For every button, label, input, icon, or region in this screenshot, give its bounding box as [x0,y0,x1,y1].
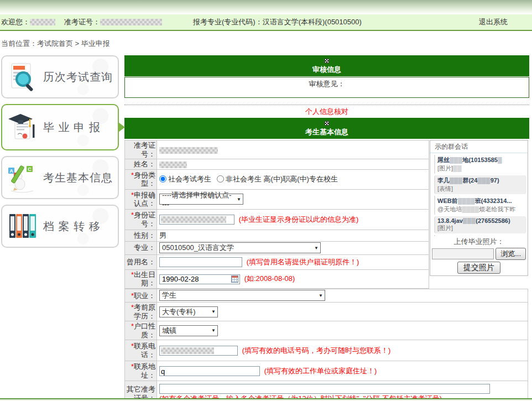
chevron-down-icon: ▼ [314,246,319,251]
chevron-down-icon: ▼ [211,328,216,333]
sidebar-item-label: 考生基本信息 [43,170,113,185]
id-type-radio-social[interactable] [159,175,166,183]
sidebar-item-candidate-info[interactable]: A B C 考生基本信息 [1,156,119,199]
form-table-top: 准考证号： 姓名： *身份类型： 社会考试考生非社会考生 高(中)职高(中)专在… [124,140,429,289]
redacted-username [30,19,55,25]
phone-input[interactable] [159,346,238,356]
welcome-label: 欢迎您： [1,17,30,27]
form-row-id-type: *身份类型： 社会考试考生非社会考生 高(中)职高(中)专在校生 [125,169,429,189]
sidebar-item-label: 历次考试查询 [43,70,113,85]
checker-icon [325,59,329,63]
sidebar-item-label: 毕 业 申 报 [43,120,101,135]
id-card-input[interactable] [159,215,234,225]
redacted-phone [161,347,214,354]
info-check-note: 个人信息核对 [124,107,529,117]
id-type-option-label: 社会考试考生 [168,175,211,183]
form-row-exam-no: 准考证号： [125,140,429,159]
binders-icon [2,211,43,241]
confirm-point-select[interactable]: ----请选择申报确认点----▼ [159,194,243,205]
id-type-option-label: 非社会考生 高(中)职高(中)专在校生 [226,175,338,183]
redacted-name-value [159,162,187,168]
active-arrow-icon [118,122,125,132]
logout-link[interactable]: 退出系统 [479,17,508,27]
form-table-bottom: *职业： 学生▼ *考前原学历： 大专(专科)▼ *户口性质： [124,289,528,401]
upload-photo-label: 上传毕业照片： [430,236,528,248]
form-row-major: 专业： 05010500_汉语言文学▼ [125,241,429,254]
svg-text:C: C [28,166,32,172]
top-user-bar: 欢迎您： 准考证号： 报考专业(专业代码)：汉语言文学(本科段)(0501050… [0,14,532,31]
birth-date-text[interactable] [161,275,230,283]
phone-hint: (填写有效的电话号码，考办可随时与您联系！) [242,346,391,355]
form-row-phone: *联系电话： (填写有效的电话号码，考办可随时与您联系！) [125,340,528,361]
household-select[interactable]: 城镇▼ [159,325,218,336]
calendar-icon[interactable] [231,275,238,283]
chevron-down-icon: ▼ [237,197,241,202]
photo-upload-panel: 示的群会话 屌丝▒▒▒地(10153585▒ [图片]▒▒ 李几▒▒▒群(24▒… [430,140,528,276]
main-content: 审核信息 审核意见： 个人信息核对 考生基本信息 准考证号： 姓名： [124,55,529,401]
form-row-name: 姓名： [125,159,429,170]
address-hint: (填写有效的工作单位或家庭住址！) [264,367,377,375]
id-type-radio-nonsocial[interactable] [217,175,224,183]
chevron-down-icon: ▼ [319,293,323,298]
chat-item: 屌丝▒▒▒地(10153585▒ [图片]▒▒ [434,155,526,174]
form-row-birth-date: *出生日期： (如:2008-08-08) [125,269,429,288]
birth-date-hint: (如:2008-08-08) [244,274,295,283]
chat-item: WEB前▒▒▒▒班(4332314... @天地培▒▒▒▒烦老给我下昨 [434,196,526,215]
candidate-info-header: 考生基本信息 [124,118,529,139]
browse-button[interactable]: 浏览... [496,248,526,260]
form-row-occupation: *职业： 学生▼ [125,289,528,302]
education-select[interactable]: 大专(专科)▼ [159,306,218,317]
redacted-exam-no-value [159,147,218,154]
major-select[interactable]: 05010500_汉语言文学▼ [159,242,321,253]
audit-info-header: 审核信息 [124,55,529,76]
form-row-former-name: 曾用名： (填写曾用名请提供户籍证明原件！) [125,254,429,269]
audit-opinion-box: 审核意见： [124,77,529,98]
footer-line [0,398,532,401]
person-pencil-icon: A B C [2,162,43,193]
chat-header: 示的群会话 [430,140,528,153]
checker-icon [325,121,329,126]
submit-photo-button[interactable]: 提交照片 [457,262,500,274]
occupation-select[interactable]: 学生▼ [159,290,325,301]
chat-item: 13.8.4jav▒▒▒(276552586) [图片] [434,216,526,233]
breadcrumb: 当前位置：考试院首页 > 毕业申报 [1,39,532,48]
sidebar: 历次考试查询 毕 业 申 报 [0,55,119,253]
graduation-cap-icon [2,111,43,143]
redacted-exam-no [100,19,162,25]
id-card-hint: (毕业生证显示身份证以此的信息为准) [239,215,359,223]
former-name-input[interactable] [159,257,242,267]
address-input[interactable] [159,366,260,376]
form-row-address: *联系地址： (填写有效的工作单位或家庭住址！) [125,361,528,381]
former-name-hint: (填写曾用名请提供户籍证明原件！) [247,258,359,266]
form-row-id-card: *身份证号： (毕业生证显示身份证以此的信息为准) [125,209,429,230]
sidebar-item-graduation-apply[interactable]: 毕 业 申 报 [1,104,119,150]
sidebar-item-archive-transfer[interactable]: 档 案 转 移 [1,205,119,248]
divider [124,105,529,105]
form-row-gender: 性别： 男 [125,230,429,241]
exam-no-label: 准考证号： [64,17,100,27]
sidebar-item-exam-history[interactable]: 历次考试查询 [1,55,119,98]
chevron-down-icon: ▼ [211,309,216,314]
document-magnifier-icon [2,62,43,92]
birth-date-input[interactable] [159,274,240,284]
sidebar-item-label: 档 案 转 移 [43,219,101,234]
candidate-info-title: 考生基本信息 [124,127,529,137]
form-row-household: *户口性质： 城镇▼ [125,321,528,340]
audit-opinion-label: 审核意见： [309,80,345,88]
form-row-education: *考前原学历： 大专(专科)▼ [125,302,528,321]
form-row-confirm-point: *申报确认点： ----请选择申报确认点----▼ [125,189,429,209]
chat-item: 李几▒▒▒群(24▒▒▒97) [表情] [434,175,526,194]
pasted-chat-screenshot: 示的群会话 屌丝▒▒▒地(10153585▒ [图片]▒▒ 李几▒▒▒群(24▒… [430,140,528,236]
gender-value: 男 [159,231,166,239]
top-banner [0,0,532,14]
other-exam-no-input[interactable] [159,384,490,394]
major-info: 报考专业(专业代码)：汉语言文学(本科段)(05010500) [193,17,362,27]
svg-text:A: A [9,168,13,174]
redacted-id-card [161,216,226,223]
audit-info-title: 审核信息 [124,65,529,75]
photo-file-input[interactable] [432,248,494,259]
